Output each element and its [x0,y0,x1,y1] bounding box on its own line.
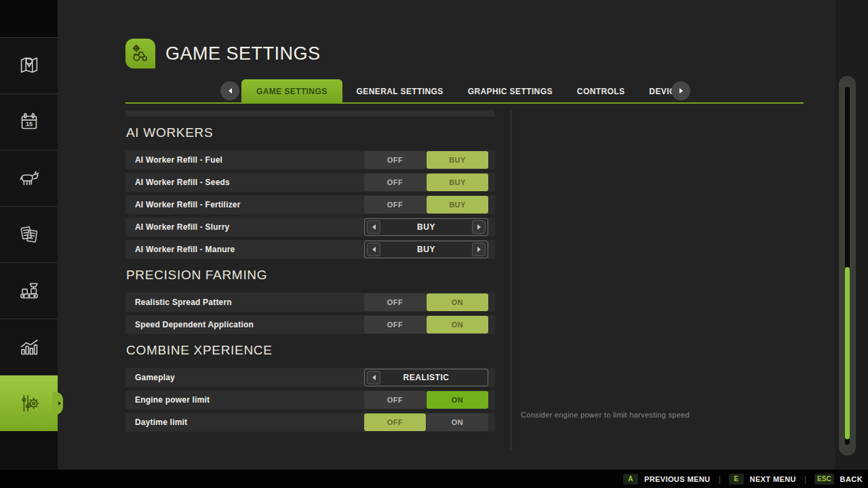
game-settings-screen: 15 [0,0,868,488]
settings-list: AI WORKERSAI Worker Refill - FuelOFFBUYA… [125,110,495,435]
setting-row: AI Worker Refill - ManureBUY [125,240,495,259]
tractor-gear-icon [129,42,152,65]
option-on-button[interactable]: ON [427,293,488,311]
spinner-left-arrow-button[interactable] [367,243,380,256]
section-heading: PRECISION FARMING [126,268,495,283]
setting-row: Daytime limitOFFON [125,413,495,432]
hint-label: NEXT MENU [750,475,796,483]
setting-row: GameplayREALISTIC [125,368,495,387]
option-on-button[interactable]: ON [427,391,488,409]
toggle-group: OFFBUY [364,174,488,191]
option-spinner: BUY [364,241,488,258]
setting-row: Speed Dependent ApplicationOFFON [125,315,495,334]
toggle-group: OFFBUY [364,151,488,169]
spinner-left-arrow-button[interactable] [367,371,380,384]
footer-hint-previous-menu[interactable]: APREVIOUS MENU [623,474,711,485]
toggle-group: OFFON [364,293,488,311]
production-icon [16,278,42,304]
footer-hint-next-menu[interactable]: ENEXT MENU [729,474,796,485]
option-buy-button[interactable]: BUY [427,151,488,169]
option-on-button[interactable]: ON [427,316,488,333]
panel-divider [511,110,511,449]
tabs-next-button[interactable] [671,81,690,100]
section-heading: AI WORKERS [126,125,495,140]
right-arrow-icon [477,224,481,230]
setting-row: AI Worker Refill - FuelOFFBUY [125,150,495,169]
option-off-button[interactable]: OFF [364,196,426,214]
left-arrow-icon [372,224,376,230]
setting-label: Engine power limit [135,395,210,405]
sidebar-item-calendar[interactable]: 15 [0,94,58,150]
left-arrow-icon [229,88,232,94]
setting-row: Engine power limitOFFON [125,390,495,409]
option-spinner: BUY [364,218,488,236]
right-arrow-icon [477,247,481,252]
tabs-row: GAME SETTINGSGENERAL SETTINGSGRAPHIC SET… [241,79,699,104]
setting-label: Daytime limit [135,418,187,427]
game-settings-header-icon [125,39,155,68]
hint-label: BACK [840,475,863,483]
sidebar-top-block [0,0,58,38]
sidebar-item-game-settings[interactable] [0,375,58,432]
option-buy-button[interactable]: BUY [427,174,488,191]
documents-icon [16,222,42,247]
tab-bar: GAME SETTINGSGENERAL SETTINGSGRAPHIC SET… [125,79,804,104]
setting-label: AI Worker Refill - Fuel [135,155,222,165]
hint-separator: | [718,474,720,484]
setting-label: Gameplay [135,373,175,382]
scrollbar-thumb[interactable] [845,267,850,439]
option-off-button[interactable]: OFF [364,174,426,191]
setting-row: AI Worker Refill - SlurryBUY [125,218,495,237]
left-arrow-icon [372,375,376,380]
spinner-value: BUY [365,222,488,232]
sidebar: 15 [0,0,58,470]
scrollbar [839,76,856,455]
setting-label: AI Worker Refill - Fertilizer [135,200,241,209]
key-badge: E [729,474,744,485]
page-header: GAME SETTINGS [125,39,321,68]
tab-game-settings[interactable]: GAME SETTINGS [241,79,342,104]
setting-label: Realistic Spread Pattern [135,298,232,307]
setting-label: AI Worker Refill - Slurry [135,222,229,232]
map-icon [16,53,42,79]
sidebar-item-statistics[interactable] [0,319,58,375]
sidebar-item-map[interactable] [0,38,58,94]
tab-general-settings[interactable]: GENERAL SETTINGS [344,79,456,104]
toggle-group: OFFON [364,316,488,333]
tab-underline [125,102,804,104]
tabs-previous-button[interactable] [220,81,239,100]
setting-label: AI Worker Refill - Manure [135,245,235,254]
toggle-group: OFFBUY [364,196,488,214]
setting-row: Realistic Spread PatternOFFON [125,293,495,312]
statistics-icon [16,334,42,360]
hint-separator: | [804,474,806,484]
toggle-group: OFFON [364,413,488,431]
option-off-button[interactable]: OFF [364,293,426,311]
option-off-button[interactable]: OFF [364,413,426,431]
page-title: GAME SETTINGS [165,43,321,64]
partial-scrolled-row [125,110,495,117]
footer-hint-back[interactable]: ESCBACK [814,474,863,485]
option-on-button[interactable]: ON [427,413,488,431]
sidebar-item-production[interactable] [0,263,58,319]
setting-row: AI Worker Refill - FertilizerOFFBUY [125,195,495,214]
settings-icon [16,390,42,416]
spinner-left-arrow-button[interactable] [367,220,380,234]
option-spinner: REALISTIC [364,369,488,386]
key-badge: ESC [814,474,834,485]
sidebar-item-finances[interactable] [0,207,58,263]
setting-label: Speed Dependent Application [135,320,254,329]
option-buy-button[interactable]: BUY [427,196,488,214]
setting-description-text: Consider engine power to limit harvestin… [521,411,690,419]
option-off-button[interactable]: OFF [364,316,426,333]
sidebar-item-animals[interactable] [0,150,58,207]
tab-controls[interactable]: CONTROLS [565,79,637,104]
setting-label: AI Worker Refill - Seeds [135,178,230,187]
calendar-icon: 15 [16,109,42,135]
spinner-right-arrow-button[interactable] [472,220,486,234]
option-off-button[interactable]: OFF [364,151,426,169]
tab-graphic-settings[interactable]: GRAPHIC SETTINGS [456,79,565,104]
option-off-button[interactable]: OFF [364,391,426,409]
spinner-right-arrow-button[interactable] [472,243,486,256]
hint-label: PREVIOUS MENU [644,475,711,483]
